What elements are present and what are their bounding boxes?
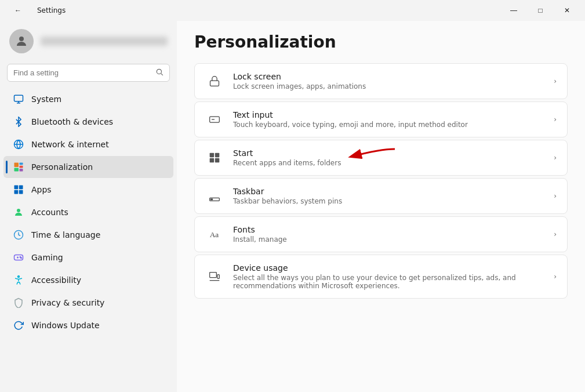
sidebar-item-label-system: System bbox=[31, 95, 61, 104]
fonts-chevron-icon: › bbox=[554, 230, 557, 238]
apps-icon bbox=[13, 184, 24, 195]
user-section bbox=[0, 21, 177, 61]
svg-rect-12 bbox=[19, 186, 23, 190]
text-input-setting-name: Text input bbox=[233, 110, 544, 119]
personalization-icon bbox=[13, 161, 24, 173]
user-name bbox=[41, 37, 168, 46]
svg-rect-26 bbox=[210, 153, 215, 158]
sidebar-item-label-network: Network & internet bbox=[31, 140, 109, 149]
app-title: Settings bbox=[37, 6, 66, 14]
sidebar-item-network[interactable]: Network & internet bbox=[3, 133, 173, 155]
lock-screen-chevron-icon: › bbox=[554, 77, 557, 85]
system-icon bbox=[13, 93, 24, 105]
search-box[interactable] bbox=[7, 64, 170, 82]
svg-rect-14 bbox=[19, 190, 23, 194]
start-setting-icon bbox=[205, 148, 224, 167]
sidebar-item-apps[interactable]: Apps bbox=[3, 179, 173, 201]
sidebar-item-accessibility[interactable]: Accessibility bbox=[3, 269, 173, 291]
maximize-button[interactable]: □ bbox=[527, 0, 554, 21]
search-icon bbox=[155, 68, 163, 78]
sidebar-item-label-personalization: Personalization bbox=[31, 162, 93, 172]
text-input-setting-desc: Touch keyboard, voice typing, emoji and … bbox=[233, 121, 544, 129]
sidebar-item-label-privacy: Privacy & security bbox=[31, 298, 104, 307]
sidebar-item-system[interactable]: System bbox=[3, 88, 173, 110]
close-button[interactable]: ✕ bbox=[554, 0, 580, 21]
svg-rect-34 bbox=[217, 275, 219, 279]
sidebar-item-label-apps: Apps bbox=[31, 185, 52, 194]
svg-rect-31 bbox=[210, 199, 212, 200]
back-button[interactable]: ← bbox=[5, 0, 31, 21]
text-input-chevron-icon: › bbox=[554, 115, 557, 124]
sidebar-item-label-accounts: Accounts bbox=[31, 208, 68, 217]
svg-rect-28 bbox=[210, 158, 215, 163]
svg-rect-8 bbox=[20, 166, 23, 168]
sidebar-item-personalization[interactable]: Personalization bbox=[3, 156, 173, 178]
lock-screen-setting-desc: Lock screen images, apps, animations bbox=[233, 82, 544, 90]
svg-rect-10 bbox=[20, 169, 23, 172]
sidebar-item-gaming[interactable]: Gaming bbox=[3, 246, 173, 268]
time-icon bbox=[13, 229, 24, 241]
svg-rect-13 bbox=[14, 190, 19, 194]
svg-point-22 bbox=[18, 276, 20, 278]
setting-item-text-input[interactable]: Text inputTouch keyboard, voice typing, … bbox=[194, 101, 568, 137]
update-icon bbox=[13, 320, 24, 331]
settings-list: Lock screenLock screen images, apps, ani… bbox=[194, 63, 568, 299]
setting-item-taskbar[interactable]: TaskbarTaskbar behaviors, system pins› bbox=[194, 178, 568, 214]
svg-point-15 bbox=[17, 209, 20, 212]
sidebar-item-label-bluetooth: Bluetooth & devices bbox=[31, 117, 113, 126]
search-input[interactable] bbox=[13, 68, 151, 77]
sidebar-item-label-update: Windows Update bbox=[31, 321, 100, 330]
privacy-icon bbox=[13, 297, 24, 308]
svg-text:Aa: Aa bbox=[210, 230, 219, 239]
device-usage-setting-icon bbox=[205, 267, 224, 286]
setting-item-start[interactable]: StartRecent apps and items, folders› bbox=[194, 140, 568, 176]
svg-point-21 bbox=[21, 257, 22, 259]
svg-rect-3 bbox=[14, 95, 23, 101]
accounts-icon bbox=[13, 206, 24, 218]
taskbar-setting-icon bbox=[205, 187, 224, 205]
svg-rect-9 bbox=[14, 168, 19, 172]
start-chevron-icon: › bbox=[554, 154, 557, 162]
titlebar-controls: — □ ✕ bbox=[500, 0, 580, 21]
taskbar-chevron-icon: › bbox=[554, 192, 557, 200]
start-setting-desc: Recent apps and items, folders bbox=[233, 159, 544, 167]
titlebar-left: ← Settings bbox=[5, 0, 66, 21]
svg-rect-29 bbox=[215, 158, 220, 163]
sidebar-item-time[interactable]: Time & language bbox=[3, 224, 173, 246]
fonts-setting-desc: Install, manage bbox=[233, 235, 544, 244]
sidebar-item-accounts[interactable]: Accounts bbox=[3, 201, 173, 223]
main-content: Personalization Lock screenLock screen i… bbox=[177, 21, 585, 392]
svg-point-1 bbox=[157, 69, 161, 74]
device-usage-setting-desc: Select all the ways you plan to use your… bbox=[233, 274, 544, 290]
sidebar: SystemBluetooth & devicesNetwork & inter… bbox=[0, 21, 177, 392]
sidebar-item-label-time: Time & language bbox=[31, 230, 100, 239]
setting-item-fonts[interactable]: AaFontsInstall, manage› bbox=[194, 216, 568, 252]
fonts-setting-name: Fonts bbox=[233, 225, 544, 234]
sidebar-item-privacy[interactable]: Privacy & security bbox=[3, 292, 173, 314]
lock-screen-setting-icon bbox=[205, 72, 224, 90]
setting-item-lock-screen[interactable]: Lock screenLock screen images, apps, ani… bbox=[194, 63, 568, 99]
nav-list: SystemBluetooth & devicesNetwork & inter… bbox=[0, 88, 177, 337]
setting-item-device-usage[interactable]: Device usageSelect all the ways you plan… bbox=[194, 255, 568, 299]
start-setting-name: Start bbox=[233, 148, 544, 158]
taskbar-setting-desc: Taskbar behaviors, system pins bbox=[233, 197, 544, 205]
svg-rect-33 bbox=[210, 273, 217, 278]
accessibility-icon bbox=[13, 274, 24, 286]
app-body: SystemBluetooth & devicesNetwork & inter… bbox=[0, 21, 585, 392]
page-title: Personalization bbox=[194, 32, 568, 52]
bluetooth-icon bbox=[13, 116, 24, 128]
minimize-button[interactable]: — bbox=[500, 0, 527, 21]
avatar bbox=[9, 29, 34, 53]
sidebar-item-bluetooth[interactable]: Bluetooth & devices bbox=[3, 111, 173, 133]
svg-rect-27 bbox=[215, 153, 220, 158]
text-input-setting-icon bbox=[205, 110, 224, 129]
sidebar-item-update[interactable]: Windows Update bbox=[3, 314, 173, 336]
svg-rect-6 bbox=[14, 163, 19, 168]
titlebar: ← Settings — □ ✕ bbox=[0, 0, 585, 21]
svg-line-2 bbox=[161, 74, 163, 75]
taskbar-setting-name: Taskbar bbox=[233, 187, 544, 196]
device-usage-setting-name: Device usage bbox=[233, 263, 544, 273]
gaming-icon bbox=[13, 252, 24, 263]
sidebar-item-label-gaming: Gaming bbox=[31, 253, 63, 262]
network-icon bbox=[13, 139, 24, 150]
